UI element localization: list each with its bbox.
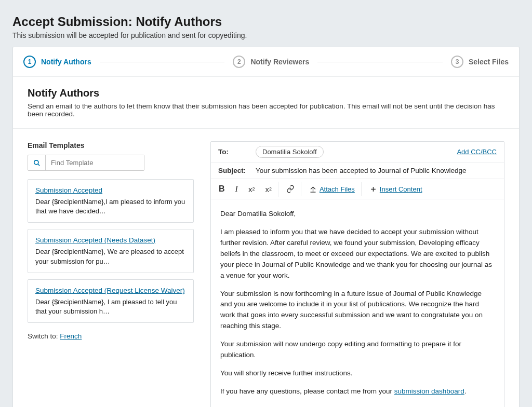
bold-button[interactable]: B bbox=[214, 181, 230, 197]
page-header: Accept Submission: Notify Authors This s… bbox=[12, 5, 520, 47]
language-switch: Switch to: French bbox=[28, 332, 194, 340]
section-intro: Notify Authors Send an email to the auth… bbox=[13, 77, 519, 129]
section-heading: Notify Authors bbox=[28, 87, 504, 99]
subscript-button[interactable]: x2 bbox=[260, 182, 278, 197]
step-notify-authors[interactable]: 1 Notify Authors bbox=[23, 56, 91, 68]
step-label: Select Files bbox=[469, 58, 509, 66]
section-desc: Send an email to the authors to let them… bbox=[28, 102, 504, 118]
subject-row: Subject: Your submission has been accept… bbox=[211, 162, 504, 179]
body-paragraph: Your submission is now forthcoming in a … bbox=[220, 289, 495, 332]
email-composer: To: Domatilia Sokoloff Add CC/BCC Subjec… bbox=[210, 141, 504, 407]
attach-files-button[interactable]: Attach Files bbox=[304, 182, 362, 196]
main-card: 1 Notify Authors 2 Notify Reviewers 3 Se… bbox=[12, 47, 520, 407]
svg-line-1 bbox=[37, 164, 39, 166]
page-title: Accept Submission: Notify Authors bbox=[12, 15, 520, 29]
italic-button[interactable]: I bbox=[231, 181, 243, 197]
stepper: 1 Notify Authors 2 Notify Reviewers 3 Se… bbox=[13, 47, 519, 77]
search-input[interactable] bbox=[46, 155, 144, 170]
template-item[interactable]: Submission Accepted (Needs Dataset) Dear… bbox=[28, 229, 194, 273]
body-paragraph: Kind regards, bbox=[220, 404, 495, 407]
add-cc-link[interactable]: Add CC/BCC bbox=[457, 148, 497, 156]
insert-content-button[interactable]: Insert Content bbox=[365, 182, 427, 196]
step-label: Notify Authors bbox=[41, 58, 91, 66]
step-number: 2 bbox=[233, 56, 245, 68]
template-preview: Dear {$recipientName},I am pleased to in… bbox=[35, 197, 186, 216]
switch-lang-link[interactable]: French bbox=[60, 332, 82, 340]
template-title[interactable]: Submission Accepted (Needs Dataset) bbox=[35, 236, 155, 244]
templates-heading: Email Templates bbox=[28, 141, 194, 150]
editor-toolbar: B I x2 x2 Attach Files Ins bbox=[211, 179, 504, 199]
attach-files-label[interactable]: Attach Files bbox=[320, 185, 355, 193]
recipient-chip[interactable]: Domatilia Sokoloff bbox=[256, 146, 324, 158]
switch-label: Switch to: bbox=[28, 332, 58, 340]
template-title[interactable]: Submission Accepted bbox=[35, 186, 102, 194]
dashboard-link[interactable]: submission dashboard bbox=[394, 387, 464, 395]
body-paragraph: You will shortly receive further instruc… bbox=[220, 368, 495, 379]
body-paragraph: Dear Domatilia Sokoloff, bbox=[220, 209, 495, 220]
link-button[interactable] bbox=[282, 182, 301, 196]
template-preview: Dear {$recipientName}, I am pleased to t… bbox=[35, 297, 186, 316]
body-paragraph: I am pleased to inform you that we have … bbox=[220, 227, 495, 281]
step-number: 3 bbox=[451, 56, 463, 68]
to-row: To: Domatilia Sokoloff Add CC/BCC bbox=[211, 142, 504, 162]
template-preview: Dear {$recipientName}, We are pleased to… bbox=[35, 247, 186, 266]
body-paragraph: Your submission will now undergo copy ed… bbox=[220, 339, 495, 361]
subject-input[interactable]: Your submission has been accepted to Jou… bbox=[256, 167, 467, 174]
template-search[interactable] bbox=[28, 155, 144, 171]
page-subtitle: This submission will be accepted for pub… bbox=[12, 31, 520, 39]
template-title[interactable]: Submission Accepted (Request License Wai… bbox=[35, 287, 185, 294]
body-paragraph: If you have any questions, please contac… bbox=[220, 386, 495, 397]
step-separator bbox=[100, 62, 225, 62]
svg-point-0 bbox=[34, 160, 38, 164]
subject-label: Subject: bbox=[218, 167, 249, 174]
insert-content-label[interactable]: Insert Content bbox=[380, 185, 422, 193]
step-notify-reviewers[interactable]: 2 Notify Reviewers bbox=[233, 56, 309, 68]
step-separator bbox=[317, 62, 443, 62]
template-item[interactable]: Submission Accepted (Request License Wai… bbox=[28, 279, 194, 323]
templates-panel: Email Templates Submission Accepted Dear… bbox=[28, 141, 194, 407]
step-number: 1 bbox=[23, 56, 36, 68]
to-label: To: bbox=[218, 148, 249, 156]
email-body[interactable]: Dear Domatilia Sokoloff, I am pleased to… bbox=[211, 199, 504, 407]
step-select-files[interactable]: 3 Select Files bbox=[451, 56, 509, 68]
template-item[interactable]: Submission Accepted Dear {$recipientName… bbox=[28, 179, 194, 223]
superscript-button[interactable]: x2 bbox=[244, 182, 260, 197]
search-icon bbox=[28, 155, 46, 170]
step-label: Notify Reviewers bbox=[250, 58, 309, 66]
